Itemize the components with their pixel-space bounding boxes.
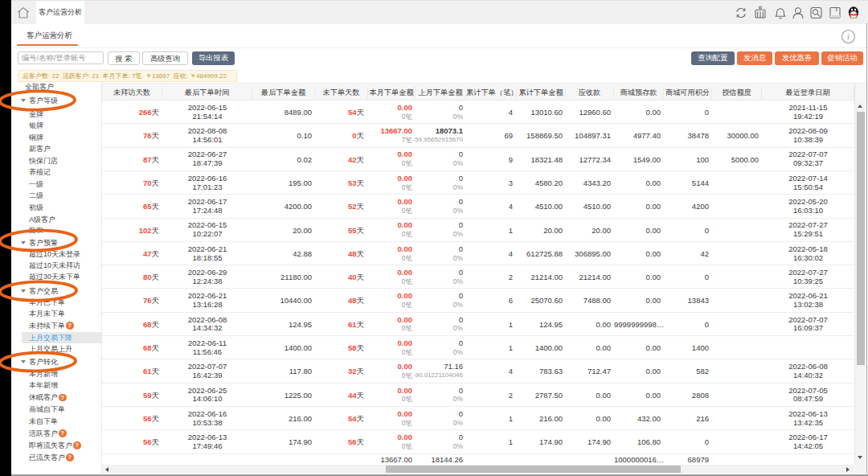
svg-text:i: i — [847, 32, 850, 41]
